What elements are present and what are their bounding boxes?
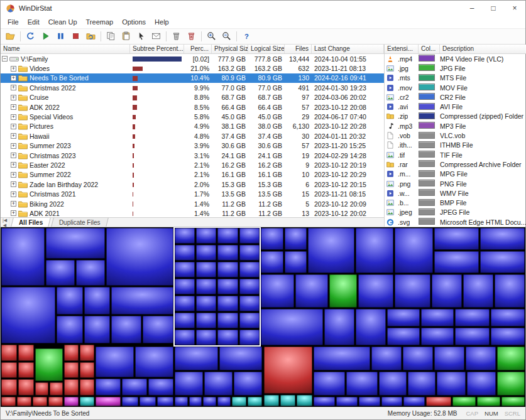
column-header-files[interactable]: Files: [285, 45, 312, 53]
treemap-block[interactable]: [175, 330, 195, 345]
treemap-region[interactable]: [386, 308, 455, 346]
treemap-block[interactable]: [96, 347, 134, 377]
treemap-block[interactable]: [111, 316, 141, 343]
treemap-block[interactable]: [217, 279, 238, 294]
treemap-region[interactable]: [496, 346, 525, 371]
treemap-block[interactable]: [84, 287, 111, 315]
treemap-region[interactable]: [95, 346, 173, 378]
treemap-block[interactable]: [308, 228, 354, 273]
paste-button[interactable]: [119, 30, 133, 43]
tree-row-christmas-2023[interactable]: +Christmas 20233.1%24.1 GB24.1 GB192024-…: [1, 151, 384, 160]
treemap-block[interactable]: [359, 397, 380, 406]
extension-row-mts[interactable]: .mtsMTS File: [385, 73, 526, 83]
tree-row-christmas-2022[interactable]: +Christmas 20229.9%77.0 GB77.0 GB4912024…: [1, 83, 384, 92]
treemap-block[interactable]: [17, 397, 31, 406]
treemap-block[interactable]: [18, 379, 34, 396]
treemap-block[interactable]: [175, 279, 195, 294]
expand-icon[interactable]: +: [11, 181, 16, 187]
column-header-subtree-percent[interactable]: Subtree Percent...: [130, 45, 184, 53]
treemap-block[interactable]: [239, 279, 260, 294]
treemap-region[interactable]: [1, 344, 35, 396]
expand-icon[interactable]: +: [11, 75, 16, 81]
treemap-region[interactable]: [1, 286, 56, 344]
treemap-block[interactable]: [466, 347, 496, 370]
treemap-block[interactable]: [395, 228, 433, 273]
column-header-col[interactable]: Col...: [419, 45, 440, 53]
treemap-block[interactable]: [329, 274, 357, 307]
treemap-block[interactable]: [239, 296, 260, 311]
treemap-block[interactable]: [122, 397, 138, 406]
expand-icon[interactable]: +: [11, 124, 16, 129]
treemap-block[interactable]: [495, 274, 525, 307]
expand-icon[interactable]: +: [11, 66, 16, 72]
treemap-region[interactable]: [174, 396, 232, 407]
treemap-block[interactable]: [96, 397, 121, 406]
treemap-block[interactable]: [46, 260, 75, 286]
treemap-region[interactable]: [434, 346, 496, 371]
treemap-block[interactable]: [84, 316, 111, 343]
treemap-block[interactable]: [189, 397, 202, 406]
treemap-block[interactable]: [57, 287, 83, 315]
treemap-block[interactable]: [175, 347, 218, 370]
treemap-region[interactable]: [56, 286, 111, 315]
treemap-block[interactable]: [295, 274, 328, 307]
treemap-region[interactable]: [63, 344, 95, 396]
stop-button[interactable]: [68, 30, 83, 43]
treemap-block[interactable]: [175, 313, 195, 328]
treemap-block[interactable]: [421, 309, 454, 326]
treemap-block[interactable]: [35, 348, 63, 381]
treemap-region[interactable]: [358, 274, 431, 308]
tree-row-vidoes[interactable]: +Vidoes21.0%163.2 GB163.2 GB6322023-11-2…: [1, 63, 384, 73]
treemap-block[interactable]: [203, 397, 216, 406]
extension-row-zip[interactable]: .zipCompressed (zipped) Folder: [385, 112, 526, 121]
treemap-block[interactable]: [432, 274, 462, 307]
treemap-region[interactable]: [434, 227, 525, 274]
menu-edit[interactable]: Edit: [23, 18, 44, 26]
tree-row-easter-2022[interactable]: +Easter 20222.1%16.2 GB16.2 GB92023-10-1…: [1, 160, 384, 170]
expand-icon[interactable]: +: [11, 143, 16, 149]
treemap-block[interactable]: [434, 251, 479, 273]
treemap-block[interactable]: [143, 316, 173, 343]
treemap-block[interactable]: [280, 395, 295, 406]
tree-row-hawaii[interactable]: +Hawaii4.8%37.4 GB37.4 GB302024-01-11 20…: [1, 131, 384, 141]
treemap-block[interactable]: [157, 397, 173, 406]
treemap-region[interactable]: [313, 346, 371, 371]
treemap-region[interactable]: [263, 394, 313, 407]
treemap-block[interactable]: [80, 379, 94, 396]
treemap-block[interactable]: [371, 347, 402, 370]
treemap-region[interactable]: [35, 382, 63, 396]
treemap-block[interactable]: [455, 309, 489, 326]
treemap-block[interactable]: [455, 328, 489, 345]
menu-file[interactable]: File: [3, 18, 23, 26]
extension-row-avi[interactable]: .aviAVI File: [385, 102, 526, 111]
extension-row-b[interactable]: .b...BMP File: [385, 198, 526, 207]
column-header-logical-size[interactable]: Logical Size: [248, 45, 285, 53]
menu-help[interactable]: Help: [150, 18, 173, 26]
extension-row-tif[interactable]: .tifTIF File: [385, 150, 526, 159]
treemap-block[interactable]: [437, 372, 466, 396]
treemap-block[interactable]: [196, 296, 216, 311]
treemap-block[interactable]: [196, 228, 216, 244]
treemap-block[interactable]: [175, 296, 195, 311]
extension-row-svg[interactable]: .svgMicrosoft Edge HTML Docu...: [385, 217, 526, 227]
extension-row-mp3[interactable]: .mp3MP3 File: [385, 121, 526, 131]
menu-clean-up[interactable]: Clean Up: [44, 18, 82, 26]
treemap-block[interactable]: [467, 372, 496, 396]
treemap-region[interactable]: [454, 308, 525, 346]
treemap-region[interactable]: [425, 396, 452, 407]
select-button[interactable]: [134, 30, 148, 43]
treemap-region[interactable]: [324, 308, 386, 346]
expand-icon[interactable]: +: [11, 172, 16, 178]
treemap-block[interactable]: [122, 379, 147, 396]
treemap-region[interactable]: [111, 286, 173, 315]
treemap-region[interactable]: [355, 227, 434, 274]
treemap-block[interactable]: [463, 274, 493, 307]
tree-row-needs-to-be-sorted[interactable]: +Needs To Be Sorted10.4%80.9 GB80.9 GB13…: [1, 73, 384, 83]
treemap-block[interactable]: [336, 397, 358, 406]
treemap-block[interactable]: [358, 274, 393, 307]
treemap-region[interactable]: [260, 308, 323, 346]
treemap-block[interactable]: [1, 362, 17, 379]
treemap-block[interactable]: [264, 347, 312, 394]
tree-row-summer-2022[interactable]: +Summer 20222.1%16.1 GB16.1 GB102023-10-…: [1, 170, 384, 180]
menu-options[interactable]: Options: [118, 18, 150, 26]
